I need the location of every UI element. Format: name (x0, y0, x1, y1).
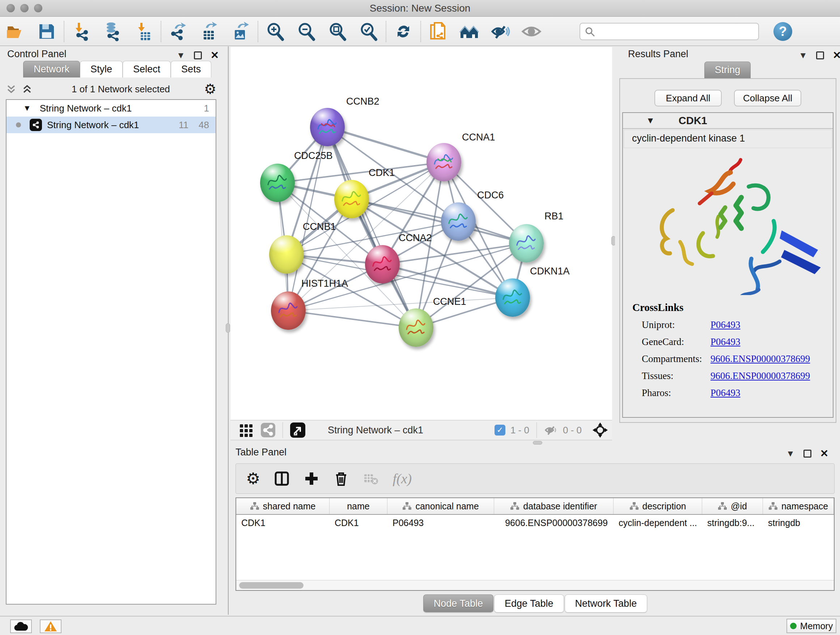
import-network-database-button[interactable] (97, 19, 128, 43)
expand-all-icon[interactable] (22, 84, 33, 95)
node-CDK1[interactable] (334, 180, 369, 218)
add-column-icon[interactable] (303, 470, 319, 486)
edge-CCNB2-CCNE1[interactable] (327, 127, 416, 328)
bottom-splitter-handle[interactable] (533, 441, 542, 445)
network-collection-row[interactable]: ▼ String Network – cdk1 1 (6, 100, 216, 117)
apply-layout-button[interactable] (388, 19, 419, 43)
float-panel-icon[interactable] (816, 51, 824, 59)
node-CCNB1[interactable] (269, 235, 304, 274)
node-CCNA1[interactable] (426, 143, 461, 181)
float-panel-icon[interactable] (804, 450, 812, 458)
table-horizontal-scrollbar[interactable] (236, 580, 834, 590)
float-panel-icon[interactable] (194, 51, 202, 59)
column-header-namespace[interactable]: namespace (763, 498, 834, 514)
tab-string[interactable]: String (704, 62, 751, 78)
edge-CCNB2-CCNA1[interactable] (327, 127, 444, 162)
zoom-in-button[interactable] (260, 19, 291, 43)
search-field[interactable] (579, 23, 759, 40)
node-CCNA2[interactable] (365, 245, 400, 283)
collapse-all-icon[interactable] (6, 84, 17, 95)
zoom-selected-button[interactable] (353, 19, 384, 43)
table-row[interactable]: CDK1CDK1P064939606.ENSP00000378699cyclin… (236, 515, 834, 531)
node-CDC25B[interactable] (260, 164, 295, 202)
panel-menu-icon[interactable]: ▼ (177, 50, 185, 60)
clone-network-button[interactable] (423, 19, 454, 43)
tab-network-table[interactable]: Network Table (565, 594, 647, 613)
node-CCNE1[interactable] (399, 309, 433, 347)
selected-counts: 1 - 0 (510, 424, 529, 436)
scrollbar-thumb[interactable] (239, 582, 303, 589)
close-panel-icon[interactable]: ✕ (833, 49, 840, 61)
network-selection-status: 1 of 1 Network selected (38, 84, 204, 95)
show-columns-icon[interactable] (274, 470, 290, 486)
collapse-all-button[interactable]: Collapse All (734, 90, 801, 106)
export-image-button[interactable] (225, 19, 256, 43)
tab-sets[interactable]: Sets (171, 61, 211, 78)
export-table-button[interactable] (194, 19, 225, 43)
node-CCNB2[interactable] (310, 108, 345, 146)
save-session-button[interactable] (31, 19, 62, 43)
tab-node-table[interactable]: Node Table (423, 594, 493, 613)
panel-menu-icon[interactable]: ▼ (799, 50, 807, 60)
zoom-out-button[interactable] (291, 19, 322, 43)
network-row[interactable]: String Network – cdk1 11 48 (6, 117, 216, 133)
crosslink-link[interactable]: P06493 (711, 336, 741, 348)
crosslink-link[interactable]: 9606.ENSP00000378699 (711, 353, 810, 364)
edge-HIST1H1A-CCNE1[interactable] (288, 310, 416, 328)
memory-button[interactable]: Memory (786, 619, 836, 633)
tab-style[interactable]: Style (80, 61, 123, 78)
zoom-fit-button[interactable] (322, 19, 353, 43)
first-neighbors-button[interactable] (454, 19, 485, 43)
show-all-button[interactable] (516, 19, 547, 43)
share-view-icon[interactable] (260, 422, 276, 438)
column-header-database-identifier[interactable]: database identifier (494, 498, 614, 514)
table-cell: cyclin-dependent ... (614, 515, 702, 531)
collection-expand-icon[interactable]: ▼ (23, 103, 31, 113)
network-canvas[interactable]: CCNB2CCNA1CDC25BCDK1CDC6RB1CCNB1CCNA2CDK… (231, 47, 612, 420)
import-table-file-button[interactable] (128, 19, 159, 43)
hide-selected-button[interactable] (485, 19, 516, 43)
collapse-entry-icon[interactable]: ▼ (646, 116, 655, 126)
expand-all-button[interactable]: Expand All (654, 90, 722, 106)
cloud-status-button[interactable] (10, 619, 32, 633)
network-options-gear-icon[interactable]: ⚙ (204, 82, 216, 96)
crosslink-link[interactable]: 9606.ENSP00000378699 (711, 371, 810, 382)
search-input[interactable] (595, 24, 758, 39)
node-details-header[interactable]: ▼ CDK1 (623, 113, 833, 129)
hidden-counts: 0 - 0 (563, 424, 582, 436)
node-RB1[interactable] (509, 224, 544, 263)
column-label: database identifier (523, 501, 597, 511)
crosslink-link[interactable]: P06493 (711, 319, 741, 331)
birdseye-view-icon[interactable] (289, 422, 306, 439)
close-panel-icon[interactable]: ✕ (210, 49, 219, 61)
crosslink-label: Tissues: (642, 371, 711, 382)
node-CDC6[interactable] (441, 203, 476, 241)
table-options-gear-icon[interactable]: ⚙ (246, 470, 260, 486)
node-HIST1H1A[interactable] (271, 291, 306, 330)
column-header-description[interactable]: description (614, 498, 702, 514)
node-CDKN1A[interactable] (495, 279, 530, 317)
column-header-name[interactable]: name (330, 498, 387, 514)
export-network-button[interactable] (163, 19, 194, 43)
left-splitter-handle[interactable] (226, 323, 230, 333)
help-button[interactable]: ? (774, 22, 792, 41)
tab-edge-table[interactable]: Edge Table (494, 594, 564, 613)
column-header-shared-name[interactable]: shared name (236, 498, 330, 514)
tab-network[interactable]: Network (23, 61, 80, 78)
tab-select[interactable]: Select (123, 61, 171, 78)
crosshair-icon[interactable] (592, 422, 608, 439)
close-panel-icon[interactable]: ✕ (820, 448, 829, 459)
grid-view-icon[interactable] (238, 422, 254, 438)
delete-column-icon[interactable] (333, 470, 349, 486)
crosslink-link[interactable]: P06493 (711, 387, 741, 399)
import-network-file-button[interactable] (66, 19, 97, 43)
node-label-CCNA1: CCNA1 (462, 132, 495, 143)
panel-menu-icon[interactable]: ▼ (786, 448, 795, 459)
warnings-button[interactable] (40, 619, 62, 633)
protein-structure-thumbnail (315, 114, 340, 139)
open-session-button[interactable] (0, 19, 31, 43)
column-header-canonical-name[interactable]: canonical name (387, 498, 494, 514)
column-header--id[interactable]: @id (702, 498, 763, 514)
selected-checkbox-icon[interactable]: ✓ (494, 424, 505, 435)
toolbar-separator (161, 21, 161, 42)
